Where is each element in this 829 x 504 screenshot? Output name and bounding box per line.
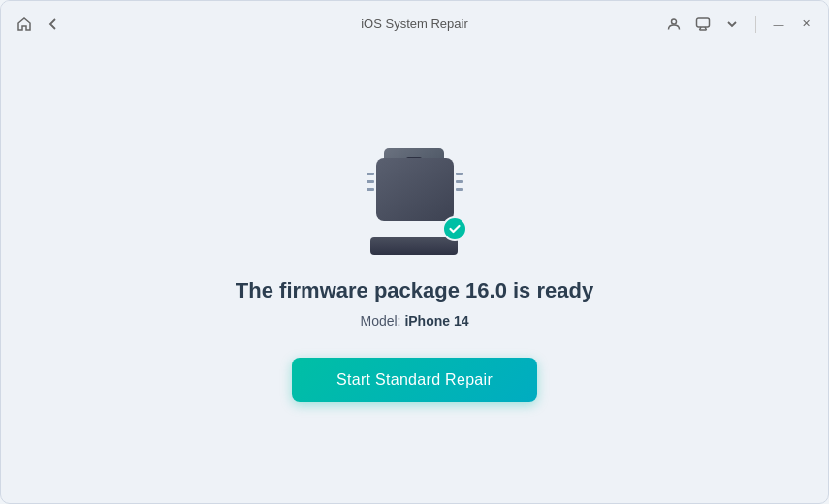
main-content: The firmware package 16.0 is ready Model… [1, 47, 828, 503]
title-bar-left [15, 15, 63, 34]
model-info: Model: iPhone 14 [360, 313, 468, 329]
title-bar-right: — ✕ [664, 15, 814, 34]
model-label: Model: [360, 313, 404, 329]
user-icon[interactable] [664, 15, 684, 34]
chip-base [370, 237, 458, 255]
svg-rect-1 [697, 18, 710, 27]
window-title: iOS System Repair [361, 16, 468, 31]
pin [456, 188, 463, 191]
check-badge [442, 216, 467, 241]
back-icon[interactable] [44, 15, 63, 34]
chip-body [376, 158, 454, 221]
chat-icon[interactable] [693, 15, 713, 34]
pin [456, 173, 463, 175]
title-bar: iOS System Repair [1, 1, 828, 47]
chip-pins-left [367, 173, 374, 191]
pin [367, 180, 374, 183]
chevron-down-icon[interactable] [722, 15, 742, 34]
firmware-status: The firmware package 16.0 is ready [236, 278, 593, 303]
close-button[interactable]: ✕ [797, 16, 814, 33]
start-standard-repair-button[interactable]: Start Standard Repair [292, 358, 537, 402]
model-value: iPhone 14 [404, 313, 468, 329]
separator [755, 16, 756, 33]
app-window: iOS System Repair [0, 0, 829, 504]
home-icon[interactable] [15, 15, 34, 34]
pin [367, 188, 374, 191]
chip-pins-right [456, 173, 463, 191]
device-illustration [357, 148, 473, 255]
pin [367, 173, 374, 175]
svg-point-0 [672, 19, 677, 24]
pin [456, 180, 463, 183]
minimize-button[interactable]: — [770, 16, 787, 33]
